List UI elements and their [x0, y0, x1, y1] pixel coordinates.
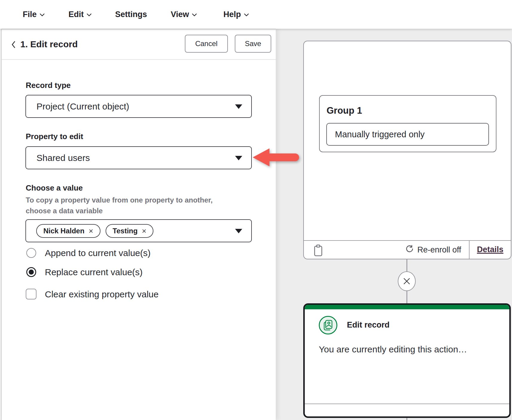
replace-radio[interactable]: [26, 267, 36, 277]
connector-top: [406, 259, 407, 272]
property-to-edit-value: Shared users: [36, 153, 90, 163]
record-type-label: Record type: [26, 81, 71, 90]
clear-property-checkbox[interactable]: [26, 289, 36, 299]
helper-line-1: To copy a property value from one proper…: [26, 196, 213, 204]
menu-view[interactable]: View: [171, 0, 197, 29]
append-radio[interactable]: [26, 248, 36, 258]
menu-settings[interactable]: Settings: [115, 0, 147, 29]
value-multiselect[interactable]: Nick Halden × Testing ×: [25, 219, 252, 242]
panel-header: 1. Edit record Cancel Save: [2, 29, 276, 60]
menu-help[interactable]: Help: [223, 0, 249, 29]
menu-edit-label: Edit: [68, 10, 84, 19]
edit-record-action-card[interactable]: Edit record You are currently editing th…: [303, 303, 511, 418]
x-icon: [403, 277, 411, 285]
save-button[interactable]: Save: [235, 35, 271, 53]
action-card-title: Edit record: [347, 320, 390, 330]
remove-tag-icon[interactable]: ×: [89, 227, 93, 235]
menu-bar: File Edit Settings View Help: [0, 0, 512, 29]
tag-label: Nick Halden: [43, 227, 84, 235]
clear-property-checkbox-label: Clear existing property value: [45, 289, 159, 299]
append-radio-label: Append to current value(s): [45, 248, 151, 258]
menu-edit[interactable]: Edit: [68, 0, 92, 29]
clipboard-icon[interactable]: [314, 244, 323, 258]
group-condition[interactable]: Manually triggered only: [326, 123, 489, 146]
group-title: Group 1: [327, 105, 362, 116]
cancel-button[interactable]: Cancel: [185, 35, 228, 53]
tag-pill[interactable]: Nick Halden ×: [36, 224, 100, 238]
property-to-edit-select[interactable]: Shared users: [25, 146, 252, 169]
record-type-select[interactable]: Project (Current object): [25, 95, 252, 118]
menu-file[interactable]: File: [23, 0, 45, 29]
helper-line-2: choose a data variable: [26, 207, 103, 215]
chevron-down-icon: [244, 13, 249, 16]
workflow-editor-screen: Trigger enrollment for projects When thi…: [0, 0, 512, 420]
replace-radio-label: Replace current value(s): [45, 267, 143, 277]
panel-title: 1. Edit record: [20, 39, 78, 49]
record-type-value: Project (Current object): [36, 101, 129, 112]
chevron-down-icon: [40, 13, 45, 16]
action-card-accent-bar: [305, 305, 509, 309]
back-chevron-icon[interactable]: [11, 41, 16, 49]
insert-action-button[interactable]: [398, 271, 416, 291]
chevron-down-icon: [235, 156, 242, 160]
reenroll-status[interactable]: Re-enroll off: [405, 240, 461, 259]
remove-tag-icon[interactable]: ×: [142, 227, 146, 235]
menu-view-label: View: [171, 10, 189, 19]
details-cell: Details: [470, 240, 511, 259]
details-link[interactable]: Details: [477, 245, 504, 254]
chevron-down-icon: [87, 13, 92, 16]
choose-value-label: Choose a value: [26, 183, 83, 193]
connector-bottom: [406, 290, 407, 304]
tag-pill[interactable]: Testing ×: [106, 224, 154, 238]
property-to-edit-label: Property to edit: [26, 132, 83, 141]
choose-value-helper: To copy a property value from one proper…: [26, 195, 213, 216]
menu-settings-label: Settings: [115, 10, 147, 19]
edit-record-icon: [319, 316, 337, 334]
action-edit-panel: 1. Edit record Cancel Save Record type P…: [1, 29, 276, 420]
action-card-footer-divider: [305, 404, 509, 404]
tag-label: Testing: [113, 227, 138, 235]
reenroll-icon: [405, 245, 414, 255]
reenroll-label: Re-enroll off: [417, 245, 461, 255]
trigger-group-box[interactable]: Group 1 Manually triggered only: [319, 95, 496, 152]
trigger-card: Trigger enrollment for projects When thi…: [303, 41, 511, 259]
chevron-down-icon: [235, 229, 242, 233]
chevron-down-icon: [192, 13, 197, 16]
menu-file-label: File: [23, 10, 37, 19]
action-card-body-text: You are currently editing this action…: [319, 344, 467, 354]
menu-help-label: Help: [223, 10, 241, 19]
chevron-down-icon: [235, 104, 242, 109]
